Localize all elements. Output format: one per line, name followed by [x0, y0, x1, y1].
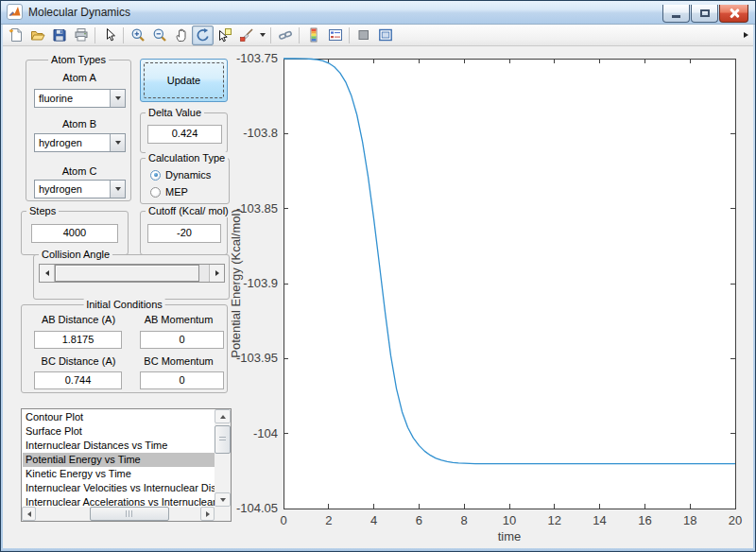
maximize-button[interactable] — [691, 5, 718, 23]
atom-types-legend: Atom Types — [48, 54, 109, 66]
delta-value-legend: Delta Value — [146, 107, 204, 119]
atom-b-label: Atom B — [26, 118, 132, 129]
svg-text:2: 2 — [325, 513, 332, 527]
new-document-button[interactable] — [5, 26, 26, 45]
list-item[interactable]: Internuclear Accelerations vs Internucle… — [23, 495, 215, 506]
scroll-up-arrow[interactable] — [215, 409, 231, 423]
update-button[interactable]: Update — [140, 59, 228, 102]
vertical-scroll-thumb[interactable] — [215, 425, 231, 454]
dynamics-radio-label: Dynamics — [165, 169, 211, 181]
chevron-down-icon[interactable] — [110, 134, 125, 151]
dynamics-radio[interactable]: Dynamics — [150, 169, 211, 181]
brush-icon — [239, 27, 254, 43]
mep-radio[interactable]: MEP — [150, 186, 188, 198]
listbox-horizontal-scrollbar[interactable] — [22, 507, 215, 521]
atom-a-dropdown[interactable]: fluorine — [34, 89, 126, 108]
zoom-in-button[interactable] — [127, 26, 148, 45]
slider-left-arrow[interactable] — [40, 265, 55, 282]
cutoff-field[interactable]: -20 — [147, 224, 221, 243]
steps-field[interactable]: 4000 — [31, 224, 118, 243]
plottools-on-button[interactable] — [374, 26, 396, 45]
svg-text:0: 0 — [280, 513, 286, 527]
scroll-right-arrow[interactable] — [200, 507, 215, 521]
svg-text:-104.05: -104.05 — [236, 501, 278, 515]
legend-icon — [328, 27, 343, 43]
slider-right-arrow[interactable] — [209, 265, 224, 282]
x-axis-label: time — [498, 529, 522, 543]
minimize-button[interactable] — [662, 5, 690, 23]
atom-b-dropdown[interactable]: hydrogen — [34, 133, 126, 152]
toolbar-separator — [349, 27, 350, 43]
collision-angle-slider[interactable] — [39, 264, 225, 283]
zoom-out-icon — [152, 27, 167, 43]
ab-distance-label: AB Distance (A) — [31, 314, 126, 325]
data-cursor-button[interactable] — [214, 26, 235, 45]
application-window: 02468101214161820-103.75-103.8-103.85-10… — [0, 0, 756, 552]
list-item[interactable]: Internuclear Distances vs Time — [23, 439, 215, 453]
steps-legend: Steps — [26, 205, 59, 217]
toolbar-separator — [94, 27, 95, 43]
rotate-3d-icon — [196, 27, 211, 43]
list-item[interactable]: Internuclear Velocities vs Internuclear … — [23, 481, 215, 495]
titlebar[interactable]: Molecular Dynamics — [0, 0, 756, 25]
listbox-vertical-scrollbar[interactable] — [215, 409, 231, 507]
colorbar-button[interactable] — [302, 26, 324, 45]
plottools-on-icon — [378, 27, 393, 43]
brush-button[interactable] — [235, 26, 257, 45]
rotate-3d-button[interactable] — [192, 26, 214, 45]
window-title: Molecular Dynamics — [28, 6, 130, 19]
new-document-icon — [9, 27, 24, 43]
zoom-out-button[interactable] — [148, 26, 170, 45]
save-button[interactable] — [48, 26, 70, 45]
toolbar-overflow-icon[interactable] — [744, 32, 748, 38]
pan-button[interactable] — [170, 26, 192, 45]
bc-momentum-label: BC Momentum — [135, 355, 222, 367]
scroll-left-arrow[interactable] — [22, 507, 36, 521]
delta-value-panel: Delta Value 0.424 — [140, 112, 228, 153]
brush-dropdown-caret-icon[interactable] — [257, 26, 267, 45]
y-axis-label: Potential Energy (Kcal/mol) — [229, 209, 243, 358]
list-item[interactable]: Kinetic Energy vs Time — [23, 467, 215, 481]
radio-icon[interactable] — [150, 170, 161, 181]
cutoff-panel: Cutoff (Kcal/ mol) -20 — [140, 211, 228, 255]
legend-button[interactable] — [324, 26, 346, 45]
close-button[interactable] — [719, 5, 748, 23]
maximize-icon — [700, 9, 710, 17]
link-plots-icon — [278, 27, 293, 43]
plot-type-listbox: Contour PlotSurface PlotInternuclear Dis… — [21, 408, 232, 522]
plottools-off-icon — [356, 27, 371, 43]
calculation-type-legend: Calculation Type — [146, 152, 228, 164]
svg-text:14: 14 — [593, 513, 606, 527]
scroll-down-arrow[interactable] — [215, 492, 231, 507]
colorbar-icon — [306, 27, 321, 43]
plot-type-list: Contour PlotSurface PlotInternuclear Dis… — [23, 410, 215, 506]
ab-distance-field[interactable]: 1.8175 — [34, 331, 122, 349]
link-plots-button[interactable] — [274, 26, 296, 45]
radio-icon[interactable] — [150, 187, 161, 198]
delta-value-field[interactable]: 0.424 — [147, 125, 222, 144]
open-folder-button[interactable] — [26, 26, 48, 45]
svg-text:10: 10 — [503, 513, 516, 527]
chevron-down-icon[interactable] — [110, 90, 125, 107]
chevron-down-icon[interactable] — [110, 181, 125, 198]
svg-text:-103.9: -103.9 — [243, 276, 278, 290]
horizontal-scroll-thumb[interactable] — [90, 507, 169, 521]
save-icon — [52, 27, 67, 43]
slider-thumb[interactable] — [55, 265, 199, 282]
bc-momentum-field[interactable]: 0 — [140, 371, 224, 389]
ab-momentum-field[interactable]: 0 — [140, 331, 224, 349]
list-item[interactable]: Surface Plot — [23, 424, 215, 439]
cursor-icon — [102, 27, 117, 43]
print-button[interactable] — [70, 26, 92, 45]
bc-distance-field[interactable]: 0.744 — [34, 371, 122, 389]
window-controls — [662, 5, 748, 23]
atom-c-dropdown[interactable]: hydrogen — [34, 180, 126, 198]
calculation-type-panel: Calculation Type Dynamics MEP — [140, 158, 230, 204]
open-folder-icon — [30, 27, 45, 43]
toolbar — [3, 25, 753, 46]
list-item[interactable]: Contour Plot — [23, 410, 215, 424]
list-item[interactable]: Potential Energy vs Time — [23, 453, 215, 467]
cursor-button[interactable] — [98, 26, 120, 45]
plottools-off-button[interactable] — [352, 26, 374, 45]
svg-text:12: 12 — [548, 513, 561, 527]
